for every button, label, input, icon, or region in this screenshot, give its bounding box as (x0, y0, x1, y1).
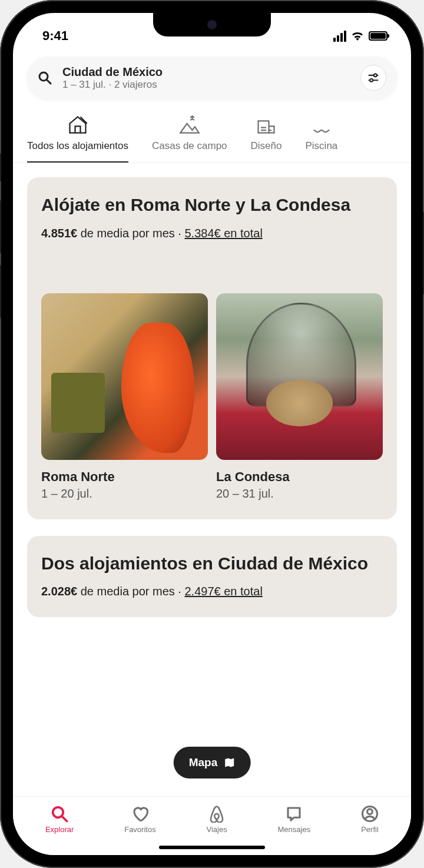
tab-design[interactable]: Diseño (251, 114, 282, 163)
stay-card-roma-condesa[interactable]: Alójate en Roma Norte y La Condesa 4.851… (27, 177, 397, 519)
search-icon (51, 805, 68, 823)
listing-name: Roma Norte (41, 469, 208, 485)
svg-point-0 (39, 72, 48, 81)
message-icon (285, 805, 303, 823)
status-indicators (333, 31, 387, 42)
nav-viajes[interactable]: Viajes (207, 805, 227, 834)
pool-icon (311, 114, 332, 135)
svg-line-1 (47, 80, 51, 84)
listing-la-condesa[interactable]: La Condesa 20 – 31 jul. (216, 293, 383, 501)
nav-mensajes[interactable]: Mensajes (278, 805, 311, 834)
design-icon (256, 114, 277, 135)
card-price: 4.851€ de media por mes · 5.384€ en tota… (41, 227, 383, 240)
tab-pool[interactable]: Piscina (305, 114, 337, 163)
card-title: Dos alojamientos en Ciudad de México (41, 552, 383, 575)
tab-label: Casas de campo (152, 140, 227, 152)
svg-point-6 (53, 807, 64, 818)
listing-image (216, 293, 383, 460)
nav-label: Mensajes (278, 825, 311, 834)
nav-perfil[interactable]: Perfil (361, 805, 379, 834)
listing-dates: 1 – 20 jul. (41, 487, 208, 501)
airbnb-logo-icon (208, 805, 226, 823)
search-details: 1 – 31 jul. · 2 viajeros (62, 79, 360, 91)
battery-icon (369, 31, 387, 41)
map-icon (223, 757, 235, 768)
nav-explorar[interactable]: Explorar (45, 805, 74, 834)
tab-label: Piscina (305, 140, 337, 152)
map-label: Mapa (189, 756, 218, 769)
wifi-icon (351, 31, 364, 41)
search-bar[interactable]: Ciudad de México 1 – 31 jul. · 2 viajero… (27, 57, 397, 99)
filter-button[interactable] (360, 65, 386, 91)
heart-icon (131, 805, 149, 823)
profile-icon (361, 805, 379, 823)
map-button[interactable]: Mapa (174, 747, 251, 778)
search-icon (38, 71, 52, 85)
listing-image (41, 293, 208, 460)
stay-card-two-stays[interactable]: Dos alojamientos en Ciudad de México 2.0… (27, 536, 397, 618)
status-time: 9:41 (42, 28, 68, 44)
card-price: 2.028€ de media por mes · 2.497€ en tota… (41, 585, 383, 598)
nav-label: Perfil (361, 825, 379, 834)
phone-frame: 9:41 Ciudad de México 1 – 31 jul. · 2 vi… (0, 0, 424, 868)
house-icon (67, 114, 88, 135)
nav-label: Viajes (207, 825, 227, 834)
nav-label: Favoritos (124, 825, 155, 834)
listing-name: La Condesa (216, 469, 383, 485)
tab-all-stays[interactable]: Todos los alojamientos (27, 114, 128, 163)
search-destination: Ciudad de México (62, 65, 360, 79)
phone-notch (153, 13, 271, 37)
nav-label: Explorar (45, 825, 74, 834)
svg-line-7 (62, 817, 67, 821)
svg-point-3 (374, 74, 377, 77)
svg-point-5 (370, 79, 373, 82)
countryside-icon (179, 114, 200, 135)
nav-favoritos[interactable]: Favoritos (124, 805, 155, 834)
tab-label: Todos los alojamientos (27, 140, 128, 152)
svg-point-9 (367, 809, 373, 814)
card-title: Alójate en Roma Norte y La Condesa (41, 194, 383, 216)
sliders-icon (367, 72, 379, 84)
listing-roma-norte[interactable]: Roma Norte 1 – 20 jul. (41, 293, 208, 501)
tab-label: Diseño (251, 140, 282, 152)
category-tabs[interactable]: Todos los alojamientos Casas de campo Di… (13, 102, 411, 163)
home-indicator[interactable] (159, 846, 265, 849)
listing-dates: 20 – 31 jul. (216, 487, 383, 501)
cell-signal-icon (333, 31, 346, 42)
tab-countryside[interactable]: Casas de campo (152, 114, 227, 163)
